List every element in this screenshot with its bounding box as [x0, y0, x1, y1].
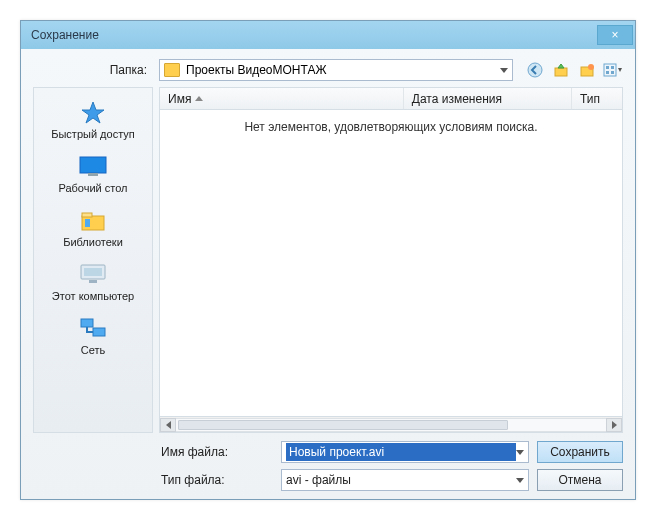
svg-rect-12	[82, 213, 92, 217]
place-label: Рабочий стол	[58, 182, 127, 194]
svg-rect-4	[604, 64, 616, 76]
file-area: Имя Дата изменения Тип Нет элементов, уд…	[159, 87, 623, 433]
svg-rect-6	[611, 66, 614, 69]
column-date[interactable]: Дата изменения	[404, 88, 572, 109]
svg-rect-16	[89, 280, 97, 283]
quick-access-icon	[77, 98, 109, 126]
place-libraries[interactable]: Библиотеки	[38, 202, 148, 252]
arrow-left-icon	[166, 421, 171, 429]
file-list[interactable]: Нет элементов, удовлетворяющих условиям …	[160, 110, 622, 416]
view-menu-icon	[603, 62, 623, 78]
svg-point-0	[528, 63, 542, 77]
svg-rect-18	[93, 328, 105, 336]
place-desktop[interactable]: Рабочий стол	[38, 148, 148, 198]
close-icon: ×	[611, 28, 618, 42]
desktop-icon	[77, 152, 109, 180]
new-folder-icon	[579, 62, 595, 78]
svg-rect-10	[88, 173, 98, 176]
filetype-select[interactable]: avi - файлы	[281, 469, 529, 491]
place-network[interactable]: Сеть	[38, 310, 148, 360]
cancel-button-label: Отмена	[558, 473, 601, 487]
scroll-left-button[interactable]	[160, 418, 176, 432]
dialog-title: Сохранение	[31, 28, 99, 42]
new-folder-button[interactable]	[577, 60, 597, 80]
svg-rect-5	[606, 66, 609, 69]
folder-icon	[164, 63, 180, 77]
column-type-label: Тип	[580, 92, 600, 106]
back-button[interactable]	[525, 60, 545, 80]
close-button[interactable]: ×	[597, 25, 633, 45]
save-button[interactable]: Сохранить	[537, 441, 623, 463]
filename-row: Имя файла: Сохранить	[33, 441, 623, 463]
folder-row: Папка: Проекты ВидеоМОНТАЖ	[33, 59, 623, 81]
chevron-down-icon	[516, 478, 524, 483]
content-row: Быстрый доступ Рабочий стол Библиотеки	[33, 87, 623, 433]
filetype-label: Тип файла:	[161, 473, 273, 487]
sort-ascending-icon	[195, 96, 203, 101]
filename-label: Имя файла:	[161, 445, 273, 459]
column-type[interactable]: Тип	[572, 88, 622, 109]
column-headers: Имя Дата изменения Тип	[160, 88, 622, 110]
folder-tool-icons	[525, 60, 623, 80]
bottom-rows: Имя файла: Сохранить Тип файла: avi - фа…	[33, 441, 623, 491]
folder-label: Папка:	[33, 63, 153, 77]
svg-rect-13	[85, 219, 90, 227]
column-name-label: Имя	[168, 92, 191, 106]
scroll-track[interactable]	[176, 418, 606, 432]
empty-message: Нет элементов, удовлетворяющих условиям …	[244, 120, 537, 134]
horizontal-scrollbar[interactable]	[160, 416, 622, 432]
place-label: Библиотеки	[63, 236, 123, 248]
place-quick-access[interactable]: Быстрый доступ	[38, 94, 148, 144]
filename-field-wrap	[281, 441, 529, 463]
svg-rect-17	[81, 319, 93, 327]
filetype-row: Тип файла: avi - файлы Отмена	[33, 469, 623, 491]
folder-up-icon	[553, 62, 569, 78]
network-icon	[77, 314, 109, 342]
titlebar: Сохранение ×	[21, 21, 635, 49]
svg-rect-9	[80, 157, 106, 173]
cancel-button[interactable]: Отмена	[537, 469, 623, 491]
this-pc-icon	[77, 260, 109, 288]
folder-select[interactable]: Проекты ВидеоМОНТАЖ	[159, 59, 513, 81]
scroll-right-button[interactable]	[606, 418, 622, 432]
save-dialog: Сохранение × Папка: Проекты ВидеоМОНТАЖ	[20, 20, 636, 500]
dialog-body: Папка: Проекты ВидеоМОНТАЖ	[21, 49, 635, 499]
arrow-right-icon	[612, 421, 617, 429]
libraries-icon	[77, 206, 109, 234]
place-label: Этот компьютер	[52, 290, 134, 302]
view-menu-button[interactable]	[603, 60, 623, 80]
back-icon	[527, 62, 543, 78]
save-button-label: Сохранить	[550, 445, 610, 459]
filetype-value: avi - файлы	[286, 473, 516, 487]
place-label: Сеть	[81, 344, 105, 356]
folder-selected-text: Проекты ВидеоМОНТАЖ	[186, 63, 327, 77]
scroll-thumb[interactable]	[178, 420, 508, 430]
svg-rect-1	[555, 68, 567, 76]
svg-rect-15	[84, 268, 102, 276]
column-name[interactable]: Имя	[160, 88, 404, 109]
chevron-down-icon[interactable]	[516, 450, 524, 455]
column-date-label: Дата изменения	[412, 92, 502, 106]
svg-rect-8	[611, 71, 614, 74]
folder-up-button[interactable]	[551, 60, 571, 80]
place-this-pc[interactable]: Этот компьютер	[38, 256, 148, 306]
filename-input[interactable]	[286, 443, 516, 461]
svg-point-3	[588, 64, 594, 70]
places-panel: Быстрый доступ Рабочий стол Библиотеки	[33, 87, 153, 433]
svg-rect-7	[606, 71, 609, 74]
place-label: Быстрый доступ	[51, 128, 135, 140]
chevron-down-icon	[500, 68, 508, 73]
